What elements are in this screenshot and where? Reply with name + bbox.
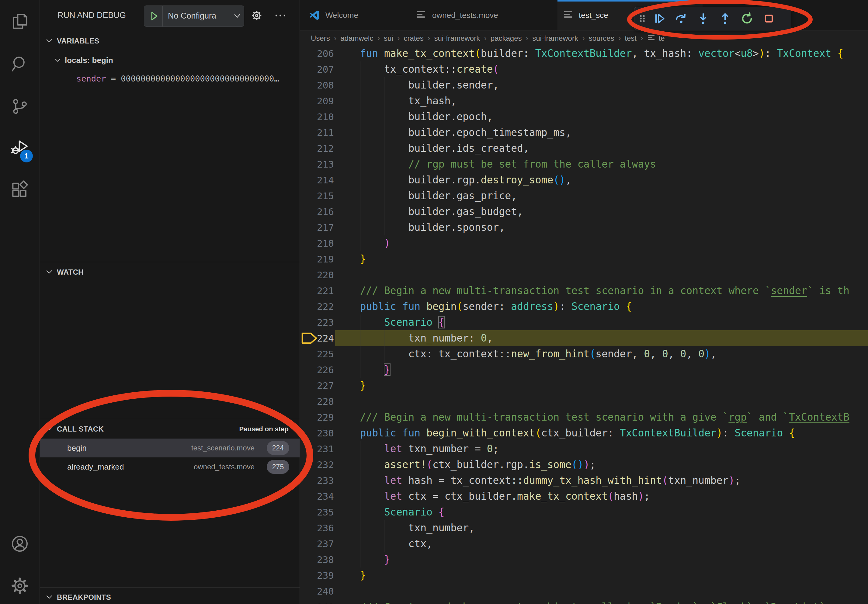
- code-line-237[interactable]: 237 ctx,: [300, 536, 868, 552]
- tab-label: owned_tests.move: [432, 0, 498, 30]
- code-line-221[interactable]: 221 /// Begin a new multi-transaction te…: [300, 283, 868, 299]
- more-actions-icon[interactable]: [273, 9, 287, 23]
- tab-owned_tests-move[interactable]: owned_tests.move: [407, 0, 557, 30]
- breakpoints-section-header[interactable]: BREAKPOINTS: [40, 588, 299, 604]
- code-text: }: [336, 378, 366, 393]
- code-line-216[interactable]: 216 builder.gas_budget,: [300, 204, 868, 220]
- debug-configuration-select[interactable]: No Configura: [168, 6, 229, 26]
- code-line-236[interactable]: 236 txn_number,: [300, 520, 868, 536]
- code-line-227[interactable]: 227 }: [300, 378, 868, 393]
- step-out-icon: [718, 12, 732, 25]
- call-stack-frame[interactable]: begintest_scenario.move224: [40, 438, 299, 457]
- code-line-226[interactable]: 226 }: [300, 362, 868, 378]
- code-line-234[interactable]: 234 let ctx = ctx_builder.make_tx_contex…: [300, 488, 868, 504]
- code-line-222[interactable]: 222 public fun begin(sender: address): S…: [300, 299, 868, 314]
- code-line-229[interactable]: 229 /// Begin a new multi-transaction te…: [300, 409, 868, 425]
- start-debugging-icon[interactable]: [148, 10, 160, 22]
- code-line-208[interactable]: 208 builder.sender,: [300, 77, 868, 93]
- explorer-icon[interactable]: [10, 12, 29, 31]
- call-stack-section-header[interactable]: CALL STACK Paused on step: [40, 420, 299, 438]
- restart-icon: [740, 12, 754, 25]
- breadcrumb-item[interactable]: sources: [589, 34, 614, 42]
- breadcrumb-item[interactable]: adamwelc: [340, 34, 373, 42]
- code-editor[interactable]: 206 fun make_tx_context(builder: TxConte…: [300, 46, 868, 604]
- breadcrumb-separator: ›: [484, 34, 487, 43]
- breadcrumb-item[interactable]: packages: [491, 34, 522, 42]
- code-line-209[interactable]: 209 tx_hash,: [300, 93, 868, 109]
- code-line-224[interactable]: 224 txn_number: 0,: [300, 330, 868, 346]
- line-number: 229: [300, 409, 334, 425]
- code-text: /// Begin a new multi-transaction test s…: [336, 409, 849, 425]
- code-line-232[interactable]: 232 assert!(ctx_builder.rgp.is_some());: [300, 457, 868, 472]
- accounts-icon[interactable]: [10, 534, 29, 553]
- code-line-217[interactable]: 217 builder.sponsor,: [300, 220, 868, 235]
- code-line-206[interactable]: 206 fun make_tx_context(builder: TxConte…: [300, 46, 868, 62]
- code-line-223[interactable]: 223 Scenario {: [300, 314, 868, 330]
- breadcrumb-file[interactable]: te: [659, 34, 665, 42]
- line-number: 231: [300, 441, 334, 457]
- code-line-207[interactable]: 207 tx_context::create(: [300, 62, 868, 77]
- breadcrumb[interactable]: Users›adamwelc›sui›crates›sui-framework›…: [300, 30, 868, 46]
- line-number: 228: [300, 393, 334, 409]
- section-divider: [40, 587, 299, 588]
- step-over-icon: [674, 12, 688, 25]
- toolbar-drag-grip[interactable]: [636, 9, 648, 28]
- variable-row-sender[interactable]: sender = 0000000000000000000000000000000…: [40, 69, 299, 88]
- extensions-icon[interactable]: [10, 180, 29, 200]
- code-line-231[interactable]: 231 let txn_number = 0;: [300, 441, 868, 457]
- code-line-212[interactable]: 212 builder.ids_created,: [300, 141, 868, 156]
- stop-button[interactable]: [758, 9, 780, 28]
- code-line-211[interactable]: 211 builder.epoch_timestamp_ms,: [300, 125, 868, 141]
- code-line-219[interactable]: 219 }: [300, 251, 868, 267]
- line-number: 227: [300, 378, 334, 393]
- line-number: 233: [300, 472, 334, 488]
- code-line-235[interactable]: 235 Scenario {: [300, 504, 868, 520]
- call-stack-frame[interactable]: already_markedowned_tests.move275: [40, 457, 299, 476]
- code-line-240[interactable]: 240: [300, 583, 868, 599]
- breadcrumb-item[interactable]: Users: [311, 34, 330, 42]
- line-number: 207: [300, 62, 334, 77]
- breadcrumb-item[interactable]: test: [625, 34, 637, 42]
- tab-welcome[interactable]: Welcome: [300, 0, 407, 30]
- breadcrumb-item[interactable]: sui: [384, 34, 393, 42]
- code-line-228[interactable]: 228: [300, 393, 868, 409]
- step-into-button[interactable]: [692, 9, 714, 28]
- chevron-down-icon[interactable]: [234, 14, 241, 19]
- code-line-215[interactable]: 215 builder.gas_price,: [300, 188, 868, 204]
- code-line-214[interactable]: 214 builder.rgp.destroy_some(),: [300, 172, 868, 188]
- debug-settings-gear-icon[interactable]: [250, 9, 264, 23]
- code-text: let txn_number = 0;: [336, 441, 499, 457]
- code-line-210[interactable]: 210 builder.epoch,: [300, 109, 868, 125]
- search-icon[interactable]: [10, 54, 29, 74]
- step-over-button[interactable]: [670, 9, 692, 28]
- breadcrumb-item[interactable]: crates: [404, 34, 423, 42]
- line-number: 232: [300, 457, 334, 472]
- breadcrumb-separator: ›: [377, 34, 380, 43]
- line-number: 222: [300, 299, 334, 314]
- manage-gear-icon[interactable]: [10, 576, 29, 595]
- watch-section-header[interactable]: WATCH: [40, 263, 299, 282]
- code-text: builder.epoch,: [336, 109, 493, 125]
- debug-launch-control[interactable]: No Configura: [144, 5, 244, 27]
- code-line-241[interactable]: 241 /// Creates and shares system object…: [300, 599, 868, 604]
- source-control-icon[interactable]: [10, 97, 29, 116]
- step-out-button[interactable]: [714, 9, 736, 28]
- code-text: let hash = tx_context::dummy_tx_hash_wit…: [336, 472, 741, 488]
- code-line-238[interactable]: 238 }: [300, 552, 868, 567]
- continue-button[interactable]: [648, 9, 670, 28]
- code-line-213[interactable]: 213 // rgp must be set from the caller a…: [300, 156, 868, 172]
- variables-scope-locals[interactable]: locals: begin: [40, 51, 299, 69]
- variables-section-header[interactable]: VARIABLES: [40, 32, 299, 51]
- breadcrumb-item[interactable]: sui-framework: [532, 34, 578, 42]
- code-line-233[interactable]: 233 let hash = tx_context::dummy_tx_hash…: [300, 472, 868, 488]
- breadcrumb-item[interactable]: sui-framework: [434, 34, 480, 42]
- restart-button[interactable]: [736, 9, 758, 28]
- line-number: 226: [300, 362, 334, 378]
- debug-session-badge: 1: [20, 150, 33, 163]
- code-line-218[interactable]: 218 ): [300, 235, 868, 251]
- code-line-225[interactable]: 225 ctx: tx_context::new_from_hint(sende…: [300, 346, 868, 362]
- code-line-230[interactable]: 230 public fun begin_with_context(ctx_bu…: [300, 425, 868, 441]
- code-text: }: [336, 552, 390, 567]
- code-line-220[interactable]: 220: [300, 267, 868, 283]
- code-line-239[interactable]: 239 }: [300, 567, 868, 583]
